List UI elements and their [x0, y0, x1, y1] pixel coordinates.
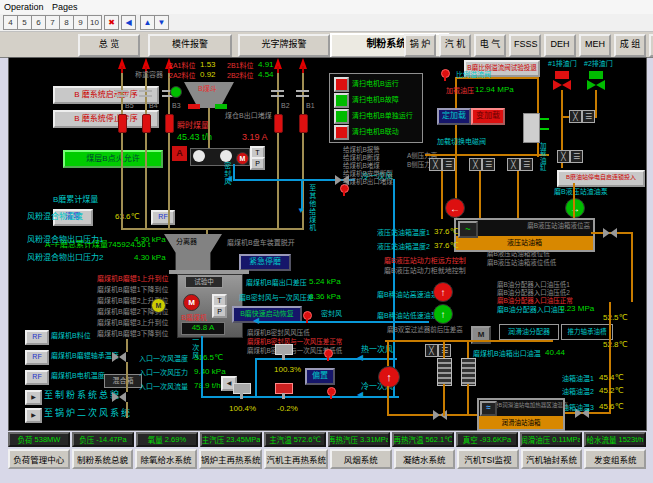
nav-fsss-button[interactable]: FSSS: [509, 34, 541, 57]
rf-trend-button-2[interactable]: RF: [25, 350, 49, 365]
seal-status: 磨煤机B密封风风压低: [247, 329, 310, 336]
feeder-motor-icon[interactable]: M: [236, 152, 249, 165]
valve-icon[interactable]: [340, 184, 349, 193]
nav-generator-button[interactable]: 发变组系统: [584, 449, 646, 469]
decor: [115, 95, 128, 97]
decor: ☰: [570, 150, 583, 163]
nav-params-button[interactable]: 参数一览: [649, 34, 653, 57]
nav-group-button[interactable]: 成 组: [614, 34, 646, 57]
page-5-button[interactable]: 5: [17, 15, 32, 30]
powder-valve-icon[interactable]: [165, 114, 174, 133]
thrust-temp1: 52.5℃: [603, 314, 628, 323]
down-arrow-icon[interactable]: ▼: [154, 15, 169, 30]
decor: ☰: [442, 158, 455, 171]
solenoid-valve-icon[interactable]: ╳☰: [569, 110, 595, 123]
solenoid-valve-icon[interactable]: ╳☰: [469, 158, 495, 171]
solenoid-valve-icon[interactable]: ╳☰: [425, 344, 451, 357]
tank-level-low-alarm: 磨B液压站油箱液位低: [487, 250, 550, 257]
total-coal-label: B磨累计煤量: [53, 196, 98, 205]
burner-label: B4: [149, 102, 158, 110]
fixed-load-button[interactable]: 定加载: [437, 108, 471, 125]
hot-pa-damper-icon[interactable]: [275, 344, 293, 355]
pa-inlet-valve-icon[interactable]: [112, 352, 126, 362]
ls-pump-icon[interactable]: ↑: [433, 304, 453, 324]
ignition-permit-button[interactable]: 煤层B点火允许: [63, 150, 163, 168]
nav-pulverizing-button[interactable]: 制粉系统总貌: [72, 449, 134, 469]
powder-valve-icon[interactable]: [142, 114, 151, 133]
solenoid-valve-icon[interactable]: ╳☰: [429, 158, 455, 171]
heater-icon: ~: [458, 221, 478, 238]
hs-pump-icon[interactable]: ↑: [433, 282, 453, 302]
page-6-button[interactable]: 6: [31, 15, 46, 30]
solenoid-valve-icon[interactable]: ╳☰: [557, 150, 583, 163]
seal-air-valve-icon[interactable]: [303, 311, 312, 320]
powder-valve-icon[interactable]: [299, 114, 308, 133]
nav-module-alarm-button[interactable]: 模件报警: [148, 34, 232, 57]
decor: ╳: [569, 110, 582, 123]
level-2a1-label: 2A1料位: [169, 62, 195, 70]
nav-deh-button[interactable]: DEH: [544, 34, 576, 57]
page-4-button[interactable]: 4: [3, 15, 18, 30]
feeder-point-p-button[interactable]: P: [250, 157, 265, 170]
close-icon[interactable]: ✖: [104, 15, 119, 30]
hot-pa-valve-icon[interactable]: [324, 349, 333, 358]
lube-distributor: 润滑油分配器: [499, 324, 559, 340]
decor: [467, 384, 469, 416]
goto-icon[interactable]: ▶: [25, 390, 42, 405]
slag-gate2-valve-icon[interactable]: [587, 80, 605, 90]
rf-trend-button-3[interactable]: RF: [25, 370, 49, 385]
cold-pa-valve-icon[interactable]: [327, 387, 336, 396]
rf-trend-button-1[interactable]: RF: [25, 330, 49, 345]
rf-trend-button-mix[interactable]: RF: [151, 210, 175, 225]
powder-valve-icon[interactable]: [274, 114, 283, 133]
emergency-stop-button[interactable]: 紧急停磨: [239, 254, 291, 271]
nav-turbine-reheat-button[interactable]: 汽机主再热系统: [264, 449, 328, 469]
nav-meh-button[interactable]: MEH: [579, 34, 611, 57]
station-interlock-button[interactable]: B磨油站停电自启连锁投入: [557, 170, 645, 187]
dist-press-low1-alarm: 磨B油分配器入口油压低1: [497, 281, 570, 288]
decor: 562.1℃: [425, 435, 452, 444]
powder-valve-icon[interactable]: [118, 114, 127, 133]
cold-pa-ctrl-damper-icon[interactable]: [275, 383, 293, 394]
menu-operation[interactable]: Operation: [4, 2, 44, 12]
lube-pump-icon[interactable]: ↑: [378, 366, 400, 388]
cold-pa-damper-icon[interactable]: [233, 383, 251, 394]
nav-air-flue-button[interactable]: 风烟系统: [330, 449, 392, 469]
page-8-button[interactable]: 8: [59, 15, 74, 30]
decor: [573, 183, 575, 219]
flow-right-pump-icon[interactable]: →: [565, 198, 585, 218]
slag-gate1-valve-icon[interactable]: [553, 80, 571, 90]
pa-inlet-valve2-icon[interactable]: [112, 392, 126, 402]
nav-boiler-reheat-button[interactable]: 锅炉主再热系统: [199, 449, 263, 469]
mix-temp-value: 63.6℃: [115, 213, 140, 222]
back-arrow-icon[interactable]: ◀: [121, 15, 136, 30]
nav-turbine-button[interactable]: 汽 机: [439, 34, 471, 57]
var-load-button[interactable]: 变加载: [471, 108, 505, 125]
nav-overview-button[interactable]: 总 览: [78, 34, 140, 57]
aux-motor-icon[interactable]: M: [151, 298, 166, 313]
nav-electric-button[interactable]: 电 气: [474, 34, 506, 57]
mill-motor-icon[interactable]: M: [183, 294, 200, 311]
page-9-button[interactable]: 9: [73, 15, 88, 30]
bias-button[interactable]: 偏置: [305, 368, 335, 385]
nav-condensate-button[interactable]: 凝结水系统: [394, 449, 456, 469]
nav-gland-seal-button[interactable]: 汽机轴封系统: [521, 449, 583, 469]
decor: [385, 340, 553, 342]
nav-feedwater-button[interactable]: 除氧给水系统: [135, 449, 197, 469]
solenoid-valve-icon[interactable]: ╳☰: [507, 158, 533, 171]
goto-pulverizing-link[interactable]: 至制粉系统总貌: [44, 391, 121, 401]
nav-tsi-button[interactable]: 汽机TSI监视: [457, 449, 519, 469]
goto-icon[interactable]: ▶: [25, 408, 42, 423]
nav-annunciator-button[interactable]: 光字牌报警: [238, 34, 330, 57]
page-10-button[interactable]: 10: [87, 15, 102, 30]
menu-pages[interactable]: Pages: [52, 2, 78, 12]
gate2-actuator-icon: [589, 71, 603, 79]
nav-boiler-button[interactable]: 锅 炉: [404, 34, 436, 57]
goto-secondary-air-link[interactable]: 至锅炉二次风系统: [44, 409, 132, 419]
page-7-button[interactable]: 7: [45, 15, 60, 30]
nav-load-mgmt-button[interactable]: 负荷管理中心: [8, 449, 70, 469]
flow-left-pump-icon[interactable]: ←: [445, 198, 465, 218]
up-arrow-icon[interactable]: ▲: [140, 15, 155, 30]
prop-relief-valve-icon[interactable]: [441, 69, 450, 78]
mill-point-p-button[interactable]: P: [212, 305, 227, 318]
